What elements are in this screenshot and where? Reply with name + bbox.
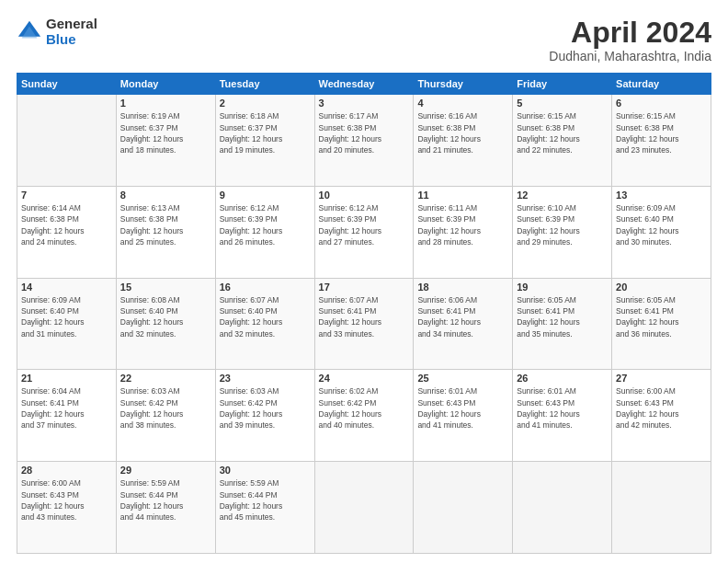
day-number: 7 (21, 190, 112, 201)
col-tuesday: Tuesday (215, 74, 314, 95)
day-info: Sunrise: 6:12 AM Sunset: 6:39 PM Dayligh… (319, 202, 410, 247)
calendar-cell: 10Sunrise: 6:12 AM Sunset: 6:39 PM Dayli… (314, 186, 414, 278)
calendar-cell: 14Sunrise: 6:09 AM Sunset: 6:40 PM Dayli… (17, 278, 117, 370)
day-number: 6 (616, 98, 707, 109)
calendar-cell: 4Sunrise: 6:16 AM Sunset: 6:38 PM Daylig… (414, 95, 513, 187)
day-number: 29 (120, 465, 211, 476)
day-number: 21 (21, 373, 112, 384)
day-number: 20 (616, 282, 707, 293)
day-info: Sunrise: 6:15 AM Sunset: 6:38 PM Dayligh… (616, 110, 707, 155)
calendar-cell: 13Sunrise: 6:09 AM Sunset: 6:40 PM Dayli… (612, 186, 711, 278)
day-info: Sunrise: 6:11 AM Sunset: 6:39 PM Dayligh… (417, 202, 508, 247)
col-sunday: Sunday (17, 74, 117, 95)
day-info: Sunrise: 6:05 AM Sunset: 6:41 PM Dayligh… (616, 294, 707, 339)
day-number: 15 (120, 282, 211, 293)
calendar-cell: 16Sunrise: 6:07 AM Sunset: 6:40 PM Dayli… (215, 278, 314, 370)
calendar-cell: 22Sunrise: 6:03 AM Sunset: 6:42 PM Dayli… (116, 370, 215, 462)
day-info: Sunrise: 6:09 AM Sunset: 6:40 PM Dayligh… (21, 294, 112, 339)
day-info: Sunrise: 6:04 AM Sunset: 6:41 PM Dayligh… (21, 385, 112, 431)
calendar-cell: 11Sunrise: 6:11 AM Sunset: 6:39 PM Dayli… (414, 186, 513, 278)
day-number: 30 (220, 465, 311, 476)
calendar-cell (414, 462, 513, 554)
calendar-table: Sunday Monday Tuesday Wednesday Thursday… (17, 73, 711, 554)
day-number: 18 (417, 282, 508, 293)
day-info: Sunrise: 6:09 AM Sunset: 6:40 PM Dayligh… (616, 202, 707, 247)
day-number: 14 (21, 282, 112, 293)
page: General Blue April 2024 Dudhani, Maharas… (0, 0, 728, 563)
day-number: 12 (517, 190, 608, 201)
title-block: April 2024 Dudhani, Maharashtra, India (549, 17, 711, 63)
calendar-week-4: 21Sunrise: 6:04 AM Sunset: 6:41 PM Dayli… (17, 370, 711, 462)
day-info: Sunrise: 6:06 AM Sunset: 6:41 PM Dayligh… (417, 294, 508, 339)
day-info: Sunrise: 6:16 AM Sunset: 6:38 PM Dayligh… (417, 110, 508, 155)
calendar-cell: 21Sunrise: 6:04 AM Sunset: 6:41 PM Dayli… (17, 370, 117, 462)
calendar-cell: 7Sunrise: 6:14 AM Sunset: 6:38 PM Daylig… (17, 186, 117, 278)
calendar-body: 1Sunrise: 6:19 AM Sunset: 6:37 PM Daylig… (17, 95, 711, 554)
calendar-week-2: 7Sunrise: 6:14 AM Sunset: 6:38 PM Daylig… (17, 186, 711, 278)
day-number: 22 (120, 373, 211, 384)
day-number: 19 (517, 282, 608, 293)
calendar-cell: 12Sunrise: 6:10 AM Sunset: 6:39 PM Dayli… (513, 186, 612, 278)
calendar-cell: 25Sunrise: 6:01 AM Sunset: 6:43 PM Dayli… (414, 370, 513, 462)
calendar-header: Sunday Monday Tuesday Wednesday Thursday… (17, 74, 711, 95)
day-info: Sunrise: 6:01 AM Sunset: 6:43 PM Dayligh… (517, 385, 608, 431)
day-info: Sunrise: 6:14 AM Sunset: 6:38 PM Dayligh… (21, 202, 112, 247)
calendar-cell: 28Sunrise: 6:00 AM Sunset: 6:43 PM Dayli… (17, 462, 117, 554)
col-wednesday: Wednesday (314, 74, 414, 95)
calendar-week-1: 1Sunrise: 6:19 AM Sunset: 6:37 PM Daylig… (17, 95, 711, 187)
day-number: 24 (319, 373, 410, 384)
day-number: 5 (517, 98, 608, 109)
day-info: Sunrise: 6:00 AM Sunset: 6:43 PM Dayligh… (616, 385, 707, 431)
day-info: Sunrise: 6:01 AM Sunset: 6:43 PM Dayligh… (417, 385, 508, 431)
day-number: 28 (21, 465, 112, 476)
calendar-cell: 18Sunrise: 6:06 AM Sunset: 6:41 PM Dayli… (414, 278, 513, 370)
calendar-cell: 23Sunrise: 6:03 AM Sunset: 6:42 PM Dayli… (215, 370, 314, 462)
month-title: April 2024 (549, 17, 711, 49)
calendar-week-3: 14Sunrise: 6:09 AM Sunset: 6:40 PM Dayli… (17, 278, 711, 370)
day-number: 25 (417, 373, 508, 384)
calendar-cell (314, 462, 414, 554)
day-number: 13 (616, 190, 707, 201)
day-number: 23 (220, 373, 311, 384)
logo-icon (17, 19, 42, 45)
logo: General Blue (17, 17, 97, 47)
calendar-cell: 15Sunrise: 6:08 AM Sunset: 6:40 PM Dayli… (116, 278, 215, 370)
day-info: Sunrise: 5:59 AM Sunset: 6:44 PM Dayligh… (220, 477, 311, 523)
day-number: 16 (220, 282, 311, 293)
calendar-week-5: 28Sunrise: 6:00 AM Sunset: 6:43 PM Dayli… (17, 462, 711, 554)
calendar-cell: 3Sunrise: 6:17 AM Sunset: 6:38 PM Daylig… (314, 95, 414, 187)
calendar-cell: 2Sunrise: 6:18 AM Sunset: 6:37 PM Daylig… (215, 95, 314, 187)
day-info: Sunrise: 6:15 AM Sunset: 6:38 PM Dayligh… (517, 110, 608, 155)
col-saturday: Saturday (612, 74, 711, 95)
day-info: Sunrise: 6:17 AM Sunset: 6:38 PM Dayligh… (319, 110, 410, 155)
logo-general-text: General (46, 17, 97, 32)
calendar-cell: 17Sunrise: 6:07 AM Sunset: 6:41 PM Dayli… (314, 278, 414, 370)
day-number: 1 (120, 98, 211, 109)
day-info: Sunrise: 6:05 AM Sunset: 6:41 PM Dayligh… (517, 294, 608, 339)
calendar-cell: 30Sunrise: 5:59 AM Sunset: 6:44 PM Dayli… (215, 462, 314, 554)
day-info: Sunrise: 6:08 AM Sunset: 6:40 PM Dayligh… (120, 294, 211, 339)
day-info: Sunrise: 6:07 AM Sunset: 6:41 PM Dayligh… (319, 294, 410, 339)
day-info: Sunrise: 6:02 AM Sunset: 6:42 PM Dayligh… (319, 385, 410, 431)
day-number: 3 (319, 98, 410, 109)
calendar-cell: 9Sunrise: 6:12 AM Sunset: 6:39 PM Daylig… (215, 186, 314, 278)
location-title: Dudhani, Maharashtra, India (549, 49, 711, 63)
day-number: 10 (319, 190, 410, 201)
day-number: 27 (616, 373, 707, 384)
day-info: Sunrise: 6:00 AM Sunset: 6:43 PM Dayligh… (21, 477, 112, 523)
calendar-cell: 1Sunrise: 6:19 AM Sunset: 6:37 PM Daylig… (116, 95, 215, 187)
day-info: Sunrise: 6:03 AM Sunset: 6:42 PM Dayligh… (120, 385, 211, 431)
col-thursday: Thursday (414, 74, 513, 95)
day-number: 11 (417, 190, 508, 201)
col-friday: Friday (513, 74, 612, 95)
day-number: 4 (417, 98, 508, 109)
calendar-cell (17, 95, 117, 187)
calendar-cell: 6Sunrise: 6:15 AM Sunset: 6:38 PM Daylig… (612, 95, 711, 187)
calendar-cell (612, 462, 711, 554)
header-row: Sunday Monday Tuesday Wednesday Thursday… (17, 74, 711, 95)
day-number: 2 (220, 98, 311, 109)
day-info: Sunrise: 6:13 AM Sunset: 6:38 PM Dayligh… (120, 202, 211, 247)
logo-blue-text: Blue (46, 32, 97, 48)
day-number: 9 (220, 190, 311, 201)
calendar-cell: 29Sunrise: 5:59 AM Sunset: 6:44 PM Dayli… (116, 462, 215, 554)
